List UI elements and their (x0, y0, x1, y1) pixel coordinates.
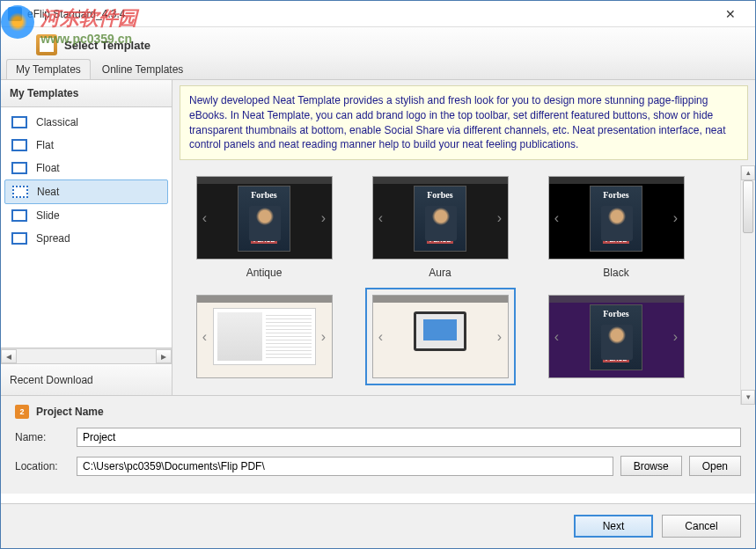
tab-online-templates[interactable]: Online Templates (92, 59, 194, 79)
header-title: Select Template (64, 39, 150, 52)
name-label: Name: (15, 431, 77, 443)
thumb-book[interactable]: ‹› (176, 295, 352, 385)
titlebar: eFlip Standard_4.3.4 ✕ (1, 1, 755, 27)
scroll-track[interactable] (17, 349, 156, 363)
app-icon (8, 7, 22, 21)
sidebar-item-classical[interactable]: Classical (4, 111, 168, 134)
thumb-black[interactable]: PEACE‹› Black (528, 176, 704, 279)
sidebar-item-spread[interactable]: Spread (4, 227, 168, 250)
thumb-monitor[interactable]: ‹› (352, 295, 528, 385)
tab-bar: My Templates Online Templates (1, 59, 755, 79)
project-section: Project Name Name: Location: Browse Open (1, 395, 755, 494)
template-category-list: Classical Flat Float Neat Slide Spread (1, 107, 172, 348)
sidebar-item-float[interactable]: Float (4, 157, 168, 179)
thumbnail-caption: Antique (176, 267, 352, 279)
thumbnail-caption: Aura (352, 267, 528, 279)
content-area: Newly developed Neat Template provides a… (172, 80, 755, 395)
window-title: eFlip Standard_4.3.4 (27, 8, 713, 20)
project-location-input[interactable] (77, 457, 613, 476)
thumb-aura[interactable]: PEACE‹› Aura (352, 176, 528, 279)
scroll-down-icon[interactable]: ▾ (741, 390, 755, 405)
sidebar-item-label: Flat (36, 139, 54, 151)
sidebar-item-label: Float (36, 162, 60, 174)
next-button[interactable]: Next (574, 515, 653, 538)
template-icon (11, 232, 27, 245)
template-description: Newly developed Neat Template provides a… (180, 85, 748, 160)
thumbnail-preview: PEACE‹› (372, 176, 509, 260)
scroll-up-icon[interactable]: ▴ (741, 165, 755, 180)
sidebar: My Templates Classical Flat Float Neat S… (1, 80, 172, 395)
thumbnail-caption: Black (528, 267, 704, 279)
step-2-icon (15, 405, 29, 419)
recent-download-section[interactable]: Recent Download (1, 364, 172, 395)
template-icon (11, 116, 27, 128)
sidebar-item-slide[interactable]: Slide (4, 204, 168, 227)
thumbnail-preview: ‹› (372, 295, 509, 378)
scroll-right-icon[interactable]: ▸ (156, 349, 172, 363)
content-vscrollbar[interactable]: ▴ ▾ (740, 165, 755, 405)
template-icon (11, 162, 27, 174)
tab-my-templates[interactable]: My Templates (6, 59, 91, 79)
template-icon (11, 209, 27, 222)
close-button[interactable]: ✕ (713, 2, 748, 26)
template-icon (36, 34, 57, 55)
thumb-antique[interactable]: PEACE‹› Antique (176, 176, 352, 279)
cancel-button[interactable]: Cancel (662, 515, 741, 538)
open-button[interactable]: Open (689, 456, 741, 476)
thumbnail-preview: PEACE‹› (548, 176, 685, 260)
thumbnail-preview: ‹› (196, 295, 333, 378)
sidebar-heading: My Templates (1, 80, 172, 107)
thumb-purple[interactable]: PEACE‹› (528, 295, 704, 385)
project-name-input[interactable] (77, 428, 741, 447)
sidebar-hscrollbar[interactable]: ◂ ▸ (1, 348, 172, 364)
thumbnail-preview: PEACE‹› (196, 176, 333, 260)
main-area: My Templates Classical Flat Float Neat S… (1, 80, 755, 395)
sidebar-item-label: Classical (36, 116, 78, 128)
sidebar-item-label: Spread (36, 232, 70, 245)
template-icon (11, 139, 27, 151)
sidebar-item-flat[interactable]: Flat (4, 134, 168, 157)
header: Select Template My Templates Online Temp… (1, 27, 755, 80)
thumbnail-preview: PEACE‹› (548, 295, 685, 378)
template-icon (12, 186, 28, 198)
project-heading: Project Name (36, 406, 104, 418)
scroll-left-icon[interactable]: ◂ (1, 349, 17, 363)
template-thumbnails: PEACE‹› Antique PEACE‹› Aura PEACE‹› Bla… (172, 165, 740, 405)
sidebar-item-label: Slide (36, 209, 60, 222)
scroll-thumb[interactable] (743, 180, 753, 233)
footer: Next Cancel (1, 503, 755, 548)
sidebar-item-neat[interactable]: Neat (4, 179, 168, 204)
sidebar-item-label: Neat (37, 186, 59, 198)
browse-button[interactable]: Browse (620, 456, 682, 476)
location-label: Location: (15, 460, 77, 472)
